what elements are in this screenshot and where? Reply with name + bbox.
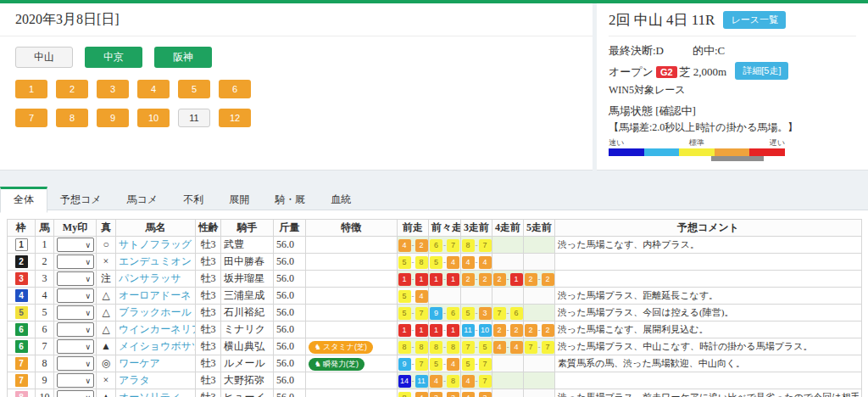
tab-予想コメ[interactable]: 予想コメ [47, 187, 114, 212]
race-number-button-8[interactable]: 8 [56, 109, 88, 127]
my-mark-select[interactable]: ∨ [57, 339, 94, 354]
past-run-cell-1: 5-8 [398, 254, 429, 271]
race-number-button-11[interactable]: 11 [178, 109, 210, 127]
horse-name-link[interactable]: ブラックホール [119, 306, 192, 318]
horse-name-link[interactable]: パンサラッサ [119, 272, 181, 284]
horse-name-cell: オーロアドーネ [116, 288, 196, 305]
race-number-button-7[interactable]: 7 [15, 109, 47, 127]
course-label: 芝 2,000m [680, 65, 727, 78]
prediction-comment-cell: 渋った馬場プラス、前走ワーケアに追い比べで見劣ったので今回は相手まで。 [555, 389, 862, 397]
horse-name-link[interactable]: エンデュミオン [119, 255, 192, 267]
my-mark-cell: ∨ [54, 389, 97, 397]
past-run-cell-2: 3-3 [429, 389, 461, 397]
finish-position: 8 [415, 341, 428, 354]
feature-cell [306, 271, 398, 288]
my-mark-cell: ∨ [54, 288, 97, 305]
tab-不利[interactable]: 不利 [170, 187, 216, 212]
corner-position: 5 [462, 358, 475, 371]
race-number-button-5[interactable]: 5 [178, 80, 210, 98]
race-number-button-10[interactable]: 10 [137, 109, 170, 127]
horse-name-link[interactable]: アラタ [119, 374, 150, 386]
race-number-button-6[interactable]: 6 [219, 80, 251, 98]
weight-cell: 56.0 [274, 322, 306, 338]
my-mark-select[interactable]: ∨ [57, 390, 94, 397]
table-row: 79∨×アラタ牡3大野拓弥56.014-114-84-7 [8, 372, 862, 389]
past-run-cell-4 [492, 237, 524, 254]
feature-cell [306, 237, 398, 254]
past-run-cell-2: 4-8 [429, 372, 461, 389]
past-run-cell-3: 2-2 [461, 271, 492, 288]
my-mark-select[interactable]: ∨ [57, 305, 94, 320]
my-mark-select[interactable]: ∨ [57, 254, 94, 269]
horse-name-link[interactable]: オーソリティ [119, 391, 181, 397]
tab-血統[interactable]: 血統 [318, 187, 364, 212]
horse-name-link[interactable]: オーロアドーネ [119, 289, 191, 301]
past-run-cell-1: 5-7 [398, 305, 429, 322]
venue-button-中京[interactable]: 中京 [85, 47, 142, 68]
horse-name-link[interactable]: サトノフラッグ [119, 238, 192, 250]
frame-cell: 2 [8, 254, 36, 271]
chevron-down-icon: ∨ [85, 326, 93, 334]
race-number-button-12[interactable]: 12 [219, 109, 251, 127]
prediction-comment-cell: 渋った馬場プラス、今回は控える(陣営)。 [555, 305, 862, 322]
past-run-cell-2: 6-7 [429, 237, 461, 254]
my-mark-select[interactable]: ∨ [57, 356, 94, 371]
tab-騎・厩[interactable]: 騎・厩 [262, 187, 318, 212]
frame-cell: 6 [8, 338, 36, 355]
finish-position: 2 [542, 324, 554, 337]
jockey-cell: ミナリク [221, 322, 274, 338]
my-mark-select[interactable]: ∨ [57, 271, 94, 286]
column-header-特徴: 特徴 [306, 220, 398, 237]
tab-展開[interactable]: 展開 [216, 187, 262, 212]
my-mark-select[interactable]: ∨ [57, 322, 94, 337]
tab-全体[interactable]: 全体 [0, 187, 47, 213]
race-number-button-9[interactable]: 9 [97, 109, 129, 127]
horse-number-cell: 9 [36, 372, 54, 389]
horse-number-cell: 3 [36, 271, 54, 288]
past-run-cell-5 [524, 305, 555, 322]
race-number-button-4[interactable]: 4 [137, 80, 170, 98]
prediction-comment-cell: 渋った馬場こなす、展開利見込む。 [555, 322, 862, 338]
venue-button-阪神[interactable]: 阪神 [154, 47, 212, 68]
past-run-cell-1: 1-1 [398, 322, 429, 338]
finish-position: 1 [415, 273, 428, 286]
feature-cell [306, 288, 398, 305]
race-number-button-2[interactable]: 2 [56, 80, 88, 98]
race-date: 2020年3月8日[日] [0, 3, 593, 36]
finish-position: 7 [415, 358, 428, 371]
prediction-comment-cell: 渋った馬場プラス、中山こなす、時計の掛かる馬場プラス。 [555, 338, 862, 355]
my-mark-select[interactable]: ∨ [57, 288, 94, 303]
past-run-cell-1: 1-1 [398, 271, 429, 288]
my-mark-select[interactable]: ∨ [57, 238, 94, 252]
column-header-馬: 馬 [36, 220, 54, 237]
corner-position: 2 [525, 324, 537, 337]
finish-position: 2 [542, 273, 554, 286]
venue-button-中山[interactable]: 中山 [15, 47, 73, 68]
finish-position: 3 [479, 307, 492, 320]
tab-馬コメ[interactable]: 馬コメ [114, 187, 171, 212]
horse-name-link[interactable]: ウインカーネリアン [119, 323, 196, 335]
detail-5runs-button[interactable]: 詳細[5走] [735, 62, 788, 80]
corner-position: 8 [398, 341, 411, 354]
race-class-label: オープン [609, 65, 654, 78]
past-run-cell-2: 5-4 [429, 254, 461, 271]
my-mark-select[interactable]: ∨ [57, 373, 94, 388]
race-number-button-3[interactable]: 3 [97, 80, 129, 98]
horse-name-link[interactable]: メイショウボサツ [119, 340, 196, 352]
corner-position: 5 [430, 256, 442, 269]
race-number-button-1[interactable]: 1 [15, 80, 47, 98]
final-decision-label: 最終決断:D [609, 44, 664, 57]
weight-cell: 56.0 [274, 305, 306, 322]
horse-name-cell: エンデュミオン [116, 254, 196, 271]
column-header-My印: My印 [54, 220, 97, 237]
horse-name-link[interactable]: ワーケア [119, 357, 160, 369]
corner-position: 7 [462, 341, 475, 354]
prediction-comment-cell: 渋った馬場こなす、内枠プラス。 [555, 237, 862, 254]
past-run-cell-2: 1-1 [429, 271, 461, 288]
weight-cell: 56.0 [274, 338, 306, 355]
frame-number-badge: 7 [15, 357, 28, 370]
race-list-button[interactable]: レース一覧 [723, 11, 786, 29]
finish-position: 2 [479, 273, 492, 286]
jockey-cell: 大野拓弥 [221, 372, 274, 389]
prediction-mark-cell: ◎ [97, 355, 116, 372]
